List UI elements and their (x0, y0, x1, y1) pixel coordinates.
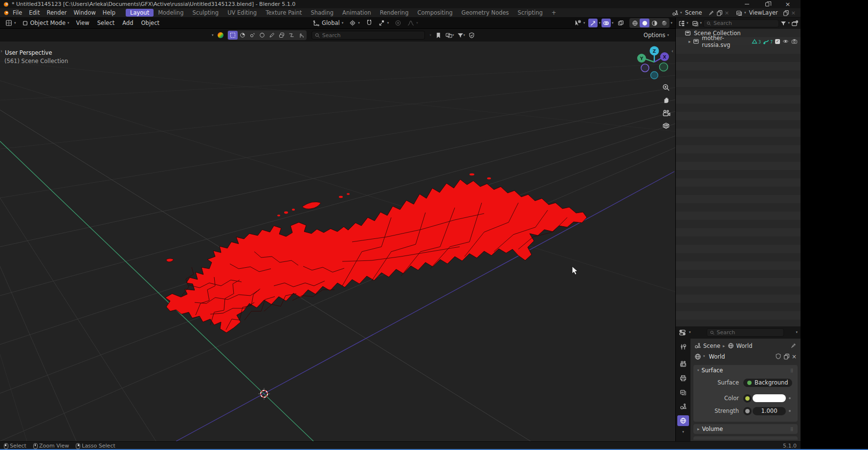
tab-output[interactable] (677, 373, 689, 384)
menu-object[interactable]: Object (138, 19, 163, 27)
outliner-display-chevron[interactable]: ▾ (700, 21, 702, 25)
tab-geometry-nodes[interactable]: Geometry Nodes (457, 9, 513, 17)
outliner-search-input[interactable] (713, 20, 776, 26)
menu-select[interactable]: Select (94, 19, 118, 27)
disable-render-camera-icon[interactable] (791, 39, 798, 44)
panel-drag-handle[interactable]: ⣿ (790, 427, 794, 431)
overlays-toggle-button[interactable] (601, 19, 611, 27)
camera-view-button[interactable] (661, 108, 671, 118)
collection-checkbox[interactable]: ✓ (775, 39, 780, 44)
menu-view[interactable]: View (72, 19, 92, 27)
select-circle-tool[interactable] (238, 31, 247, 40)
transform-orientation-button[interactable]: Global ▾ (311, 19, 346, 27)
tabs-more-chevron[interactable]: ▾ (682, 430, 684, 434)
curve-draw-tool[interactable] (287, 31, 296, 40)
tool-collapse-chevron[interactable]: ▾ (212, 34, 214, 37)
scene-name[interactable]: Scene (685, 9, 702, 16)
shading-chevron[interactable]: ▾ (670, 21, 672, 25)
close-button[interactable]: × (784, 1, 792, 7)
color-animate-dot[interactable] (789, 397, 791, 399)
shading-rendered-button[interactable] (659, 19, 669, 27)
tab-tool[interactable] (677, 342, 689, 352)
viewlayer-name[interactable]: ViewLayer (749, 9, 778, 16)
tab-uv-editing[interactable]: UV Editing (223, 9, 261, 17)
shield-check-icon[interactable] (468, 32, 475, 39)
scene-dropdown-chevron[interactable]: ▾ (680, 11, 682, 15)
proportional-editing-button[interactable] (392, 19, 404, 27)
outliner-filter-chevron[interactable]: ▾ (788, 21, 790, 25)
tab-modeling[interactable]: Modeling (154, 9, 188, 17)
ortho-toggle-button[interactable] (661, 121, 671, 130)
annotate-tool[interactable] (267, 31, 277, 40)
duplicate-datablock-icon[interactable] (783, 353, 790, 360)
shading-wireframe-button[interactable] (630, 19, 640, 27)
bookmark-icon[interactable] (435, 32, 442, 39)
viewlayer-icon[interactable] (736, 10, 742, 16)
zoom-view-button[interactable] (661, 83, 671, 92)
mode-selector[interactable]: Object Mode ▾ (20, 19, 72, 27)
visibility-toggle-button[interactable]: ▾ (572, 19, 588, 27)
breadcrumb-scene[interactable]: Scene (703, 343, 720, 349)
tab-world[interactable] (677, 415, 689, 426)
fake-user-shield-icon[interactable] (775, 353, 781, 360)
tab-compositing[interactable]: Compositing (413, 9, 457, 17)
tab-sculpting[interactable]: Sculpting (188, 9, 223, 17)
display-settings-chevron[interactable]: ▾ (452, 34, 454, 37)
viewport-3d[interactable]: › ‹ User Perspective (561) Scene Collect… (0, 42, 675, 441)
toolbar-open-chevron[interactable]: › (0, 48, 2, 54)
menu-add[interactable]: Add (119, 19, 136, 27)
menu-render[interactable]: Render (44, 9, 70, 16)
properties-options-chevron[interactable]: ▾ (796, 331, 798, 334)
new-collection-icon[interactable] (791, 20, 798, 27)
viewlayer-dropdown-chevron[interactable]: ▾ (744, 11, 746, 15)
restore-button[interactable] (763, 1, 771, 7)
color-swatch[interactable] (753, 394, 786, 402)
tab-animation[interactable]: Animation (338, 9, 376, 17)
filter-icon[interactable] (457, 32, 464, 39)
outliner-row-collection[interactable]: ▸ mother-russia.svg 3 7 ✓ (676, 37, 801, 45)
shading-material-button[interactable] (649, 19, 659, 27)
properties-editor-chevron[interactable]: ▾ (689, 331, 691, 334)
scene-icon[interactable] (672, 10, 678, 16)
outliner-filter-icon[interactable] (780, 21, 786, 26)
tool-search-input[interactable] (322, 32, 422, 39)
world-datablock-name[interactable]: World (709, 353, 725, 360)
snap-toggle-button[interactable] (363, 19, 375, 27)
menu-help[interactable]: Help (99, 9, 119, 16)
pivot-point-button[interactable]: ▾ (347, 19, 362, 27)
outliner-search[interactable] (703, 20, 779, 27)
pan-view-button[interactable] (661, 95, 671, 105)
editor-type-button[interactable]: ▾ (3, 19, 19, 27)
add-workspace-button[interactable]: + (547, 9, 561, 17)
unlink-datablock-icon[interactable]: × (792, 353, 797, 360)
tab-view-layer[interactable] (677, 387, 689, 398)
outliner-editor-chevron[interactable]: ▾ (687, 21, 689, 25)
duplicate-tool[interactable] (277, 31, 287, 40)
menu-file[interactable]: File (9, 9, 25, 16)
tab-texture-paint[interactable]: Texture Paint (261, 9, 306, 17)
properties-search-input[interactable] (717, 329, 781, 336)
tab-layout[interactable]: Layout (126, 9, 154, 17)
expand-chevron[interactable]: ▸ (689, 39, 691, 44)
gizmo-chevron[interactable]: ▾ (599, 21, 601, 25)
xray-toggle-button[interactable] (616, 19, 625, 27)
blender-menu-icon[interactable] (3, 10, 9, 16)
move-tool[interactable] (257, 31, 267, 40)
interact-tool[interactable] (296, 31, 306, 40)
color-socket[interactable] (743, 394, 752, 403)
navigation-gizmo[interactable]: Z Y X (634, 44, 675, 84)
outliner-display-mode-icon[interactable] (692, 20, 699, 27)
brush-asset-icon[interactable] (217, 31, 224, 39)
gizmo-toggle-button[interactable] (588, 19, 598, 27)
options-button[interactable]: Options ▾ (641, 31, 671, 40)
strength-socket[interactable] (743, 407, 752, 415)
breadcrumb-world[interactable]: World (736, 343, 753, 349)
menu-edit[interactable]: Edit (25, 9, 43, 16)
hide-viewport-eye-icon[interactable] (782, 39, 789, 44)
cursor-tool[interactable] (247, 31, 257, 40)
tab-shading[interactable]: Shading (306, 9, 338, 17)
shading-solid-button[interactable] (640, 19, 649, 27)
overlays-chevron[interactable]: ▾ (612, 21, 614, 25)
properties-search[interactable] (707, 328, 784, 337)
new-viewlayer-icon[interactable] (783, 10, 789, 16)
